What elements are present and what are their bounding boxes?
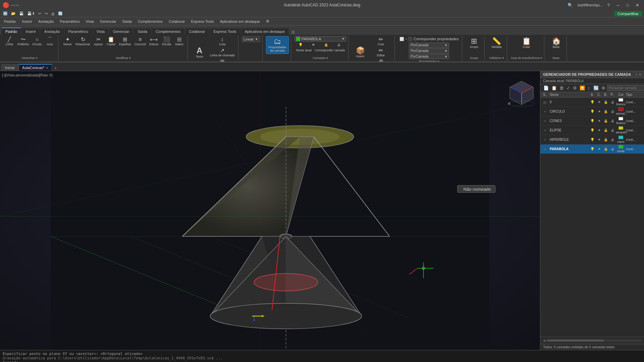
- layer-parabola-freeze-icon[interactable]: ☀: [596, 147, 602, 151]
- layer-hiperbole-lock-icon[interactable]: 🔓: [602, 138, 609, 141]
- share-btn[interactable]: Compartilhar: [614, 11, 642, 16]
- esticar-btn[interactable]: ⟷Esticar: [148, 36, 160, 47]
- menu-express[interactable]: Express Tools: [188, 19, 216, 24]
- layer-cones-print-icon[interactable]: 🖨: [609, 119, 616, 123]
- transparency-selector[interactable]: PorCamada ▼: [409, 54, 449, 59]
- layer-icon1[interactable]: 💡: [294, 42, 307, 47]
- open-file-btn[interactable]: 📂: [10, 11, 17, 16]
- linear-dropdown-btn[interactable]: ▼: [254, 38, 259, 41]
- mover-btn[interactable]: ✦Mover: [62, 36, 74, 47]
- menu-parametrico[interactable]: Paramétrico: [57, 19, 83, 24]
- minimize-btn[interactable]: ─: [614, 2, 622, 8]
- grupo-btn[interactable]: ⊞ Grupo: [466, 36, 482, 50]
- layer-cones-on-icon[interactable]: 💡: [589, 119, 596, 123]
- layer-row-circulo[interactable]: ✓ CIRCULO 💡 ☀ 🔓 🖨 vermel... Contí...: [540, 107, 644, 116]
- tomar-atual-btn[interactable]: Tomar atual: [294, 48, 313, 53]
- layer-row-parabola[interactable]: ✓ PARABOLA 💡 ☀ 🔓 🖨 verde Contí...: [540, 144, 644, 154]
- doc-tab-iniciar[interactable]: Iniciar: [1, 64, 18, 71]
- tab-padrao[interactable]: Padrão: [1, 27, 21, 35]
- doc-tab-aulaconica[interactable]: AulaConicas* ✕: [18, 64, 52, 71]
- layer-row-cones[interactable]: ✓ CONES 💡 ☀ 🔓 🖨 branco Contí...: [540, 116, 644, 126]
- save-as-btn[interactable]: 💾⬇: [26, 11, 36, 16]
- layer-circulo-lock-icon[interactable]: 🔓: [602, 110, 609, 113]
- layer-cones-freeze-icon[interactable]: ☀: [596, 119, 602, 123]
- concord-btn[interactable]: ≡Concord: [133, 36, 147, 47]
- layer-set-current-btn[interactable]: ✓: [566, 85, 571, 91]
- rotacionar-btn[interactable]: ↻Rotacionar: [74, 36, 92, 47]
- layer-new-btn[interactable]: 📄: [542, 85, 550, 91]
- layer-circulo-on-icon[interactable]: 💡: [589, 110, 596, 113]
- escala-btn[interactable]: ⬛Escala: [161, 36, 173, 47]
- layer-sort-btn[interactable]: ↕: [587, 85, 591, 91]
- layer-icon4[interactable]: 🖨: [333, 42, 345, 47]
- layer-elipse-lock-icon[interactable]: 🔓: [602, 128, 609, 132]
- layer-0-print-icon[interactable]: 🖨: [609, 100, 616, 104]
- layer-0-on-icon[interactable]: 💡: [589, 100, 596, 104]
- tab-saida[interactable]: Saída: [133, 28, 151, 35]
- layer-parabola-lock-icon[interactable]: 🔓: [602, 147, 609, 151]
- layer-0-lock-icon[interactable]: 🔓: [602, 100, 609, 104]
- layer-parabola-on-icon[interactable]: 💡: [589, 147, 596, 151]
- layer-circulo-freeze-icon[interactable]: ☀: [596, 110, 602, 113]
- tab-apps[interactable]: Aplicativos em destaque: [241, 28, 289, 35]
- corresponder-camada-btn[interactable]: Corresponder camada: [314, 48, 346, 53]
- polilinha-btn[interactable]: 〜Polilinha: [16, 36, 30, 47]
- layer-row-elipse[interactable]: ✓ ELIPSE 💡 ☀ 🔓 🖨 amarelo Contí...: [540, 126, 644, 135]
- medida-btn[interactable]: 📏 Medida: [488, 36, 505, 50]
- layer-filter-btn[interactable]: 🔽: [579, 85, 586, 91]
- aparar-btn[interactable]: ✂Aparar: [92, 36, 104, 47]
- layer-row-hiperbole[interactable]: ✓ HIPERBOLE 💡 ☀ 🔓 🖨 ciano Contí...: [540, 135, 644, 144]
- linha-btn[interactable]: ╱Linha: [3, 36, 15, 47]
- sync-btn[interactable]: 🔄: [57, 11, 64, 16]
- linha-chamada-btn[interactable]: ↗Linha de chamada: [209, 47, 236, 58]
- criar-bloco-btn[interactable]: ✏Criar: [369, 36, 392, 47]
- espelhar-btn[interactable]: ⊞Espelhar: [118, 36, 132, 47]
- propriedades-camada-btn[interactable]: 🗂 Propriedadesda camada: [266, 36, 289, 54]
- colar-btn[interactable]: 📋 Colar: [518, 36, 535, 50]
- help-btn[interactable]: ?: [605, 2, 612, 8]
- menu-gerenciar[interactable]: Gerenciar: [97, 19, 119, 24]
- layer-settings-btn[interactable]: ⚙: [572, 85, 578, 91]
- tab-express[interactable]: Express Tools: [209, 28, 240, 35]
- tab-inserir[interactable]: Inserir: [21, 28, 40, 35]
- viewport[interactable]: [-][Vista personalizada][Raio X]: [0, 71, 540, 350]
- layer-elipse-freeze-icon[interactable]: ☀: [596, 128, 602, 132]
- line-type-selector[interactable]: PorCamada ▼: [409, 43, 449, 48]
- tabela-btn[interactable]: ⊞Tabela: [209, 58, 236, 62]
- new-file-btn[interactable]: 🆕: [2, 11, 9, 16]
- circulo-btn[interactable]: ○Círculo: [31, 36, 43, 47]
- tab-anotacao[interactable]: Anotação: [40, 28, 64, 35]
- layer-settings2-btn[interactable]: ⚙: [600, 85, 606, 91]
- layer-parabola-print-icon[interactable]: 🖨: [609, 147, 616, 151]
- layer-row-0[interactable]: ▷ 0 💡 ☀ 🔓 🖨 branco Contí...: [540, 98, 644, 107]
- close-btn[interactable]: ✕: [634, 2, 641, 8]
- layer-refresh-btn[interactable]: 🔄: [592, 85, 600, 91]
- menu-colaborar[interactable]: Colaborar: [166, 19, 187, 24]
- menu-inserir[interactable]: Inserir: [19, 19, 35, 24]
- matriz-btn[interactable]: ⊟Matriz: [173, 36, 185, 47]
- redo-btn[interactable]: ↪: [44, 11, 49, 16]
- tab-colaborar[interactable]: Colaborar: [185, 28, 209, 35]
- layer-0-freeze-icon[interactable]: ☀: [596, 100, 602, 104]
- panel-scroll-left-btn[interactable]: «: [542, 338, 547, 343]
- base-btn[interactable]: 🏠 Base: [548, 36, 565, 50]
- editar-atributos-btn[interactable]: ⚙Editar atributos: [369, 58, 392, 62]
- panel-collapse-btn[interactable]: «: [635, 73, 637, 76]
- doc-tab-close-btn[interactable]: ✕: [46, 66, 48, 70]
- menu-anotacao[interactable]: Anotação: [36, 19, 56, 24]
- menu-padrao[interactable]: Padrão: [1, 19, 18, 24]
- layer-elipse-print-icon[interactable]: 🖨: [609, 128, 616, 132]
- layer-icon3[interactable]: 🔒: [320, 42, 332, 47]
- undo-btn[interactable]: ↩: [37, 11, 42, 16]
- tab-gerenciar[interactable]: Gerenciar: [109, 28, 133, 35]
- maximize-btn[interactable]: □: [624, 2, 631, 8]
- tab-complementos[interactable]: Complementos: [152, 28, 184, 35]
- plot-btn[interactable]: 🖨: [50, 11, 56, 16]
- layer-search-input[interactable]: [607, 85, 644, 91]
- layer-delete-btn[interactable]: 🗑: [558, 85, 565, 91]
- tab-vista[interactable]: Vista: [93, 28, 109, 35]
- menu-apps[interactable]: Aplicativos em destaque: [217, 19, 263, 24]
- viewcube[interactable]: [506, 78, 533, 105]
- tab-options[interactable]: ⚙: [289, 30, 297, 35]
- layer-new-ref-btn[interactable]: 📋: [550, 85, 558, 91]
